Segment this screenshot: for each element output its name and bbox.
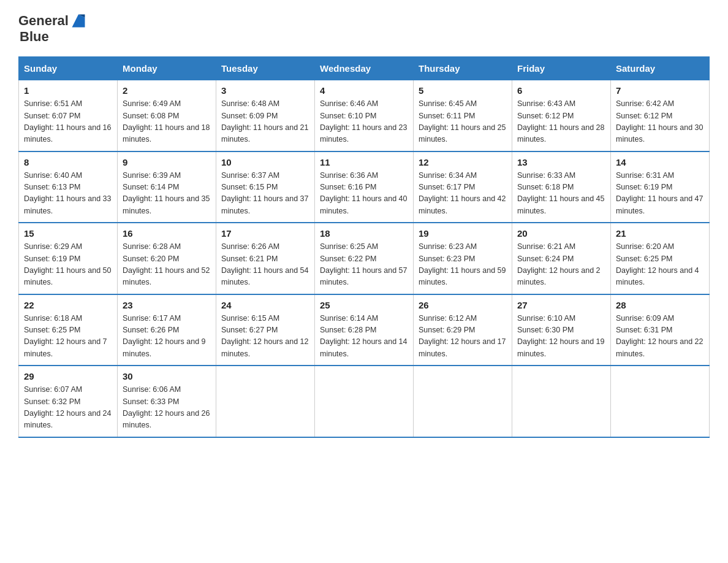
header-friday: Friday	[512, 57, 611, 80]
calendar-cell: 14 Sunrise: 6:31 AM Sunset: 6:19 PM Dayl…	[611, 151, 710, 223]
day-number: 3	[221, 85, 309, 96]
calendar-cell: 16 Sunrise: 6:28 AM Sunset: 6:20 PM Dayl…	[118, 223, 216, 294]
calendar-cell: 20 Sunrise: 6:21 AM Sunset: 6:24 PM Dayl…	[512, 223, 611, 294]
day-info: Sunrise: 6:49 AM Sunset: 6:08 PM Dayligh…	[123, 98, 211, 146]
calendar-cell	[512, 366, 611, 437]
day-number: 4	[320, 85, 408, 96]
day-info: Sunrise: 6:10 AM Sunset: 6:30 PM Dayligh…	[517, 313, 605, 361]
day-number: 24	[221, 300, 309, 310]
calendar-cell: 4 Sunrise: 6:46 AM Sunset: 6:10 PM Dayli…	[315, 80, 414, 151]
day-info: Sunrise: 6:51 AM Sunset: 6:07 PM Dayligh…	[24, 98, 112, 146]
day-number: 11	[320, 157, 408, 167]
header-monday: Monday	[118, 57, 216, 80]
calendar-cell: 2 Sunrise: 6:49 AM Sunset: 6:08 PM Dayli…	[118, 80, 216, 151]
day-info: Sunrise: 6:21 AM Sunset: 6:24 PM Dayligh…	[517, 241, 605, 289]
calendar-header: SundayMondayTuesdayWednesdayThursdayFrid…	[19, 57, 710, 80]
day-number: 21	[616, 228, 704, 239]
day-info: Sunrise: 6:29 AM Sunset: 6:19 PM Dayligh…	[24, 241, 112, 289]
calendar-cell: 29 Sunrise: 6:07 AM Sunset: 6:32 PM Dayl…	[19, 366, 118, 437]
calendar-cell: 22 Sunrise: 6:18 AM Sunset: 6:25 PM Dayl…	[19, 294, 118, 366]
calendar-cell: 21 Sunrise: 6:20 AM Sunset: 6:25 PM Dayl…	[611, 223, 710, 294]
day-info: Sunrise: 6:09 AM Sunset: 6:31 PM Dayligh…	[616, 313, 704, 361]
day-number: 2	[123, 85, 211, 96]
day-number: 15	[24, 228, 112, 239]
logo-text-blue: Blue	[20, 29, 49, 44]
week-row-2: 8 Sunrise: 6:40 AM Sunset: 6:13 PM Dayli…	[19, 151, 710, 223]
day-number: 18	[320, 228, 408, 239]
day-info: Sunrise: 6:36 AM Sunset: 6:16 PM Dayligh…	[320, 170, 408, 218]
day-info: Sunrise: 6:39 AM Sunset: 6:14 PM Dayligh…	[123, 170, 211, 218]
week-row-3: 15 Sunrise: 6:29 AM Sunset: 6:19 PM Dayl…	[19, 223, 710, 294]
calendar-cell	[611, 366, 710, 437]
day-info: Sunrise: 6:45 AM Sunset: 6:11 PM Dayligh…	[419, 98, 507, 146]
day-info: Sunrise: 6:14 AM Sunset: 6:28 PM Dayligh…	[320, 313, 408, 361]
day-info: Sunrise: 6:07 AM Sunset: 6:32 PM Dayligh…	[24, 384, 112, 432]
logo: General Blue	[18, 12, 87, 44]
week-row-5: 29 Sunrise: 6:07 AM Sunset: 6:32 PM Dayl…	[19, 366, 710, 437]
day-number: 17	[221, 228, 309, 239]
day-number: 6	[517, 85, 605, 96]
calendar-cell: 8 Sunrise: 6:40 AM Sunset: 6:13 PM Dayli…	[19, 151, 118, 223]
calendar-cell: 9 Sunrise: 6:39 AM Sunset: 6:14 PM Dayli…	[118, 151, 216, 223]
calendar-cell: 1 Sunrise: 6:51 AM Sunset: 6:07 PM Dayli…	[19, 80, 118, 151]
day-number: 30	[123, 371, 211, 381]
calendar-cell	[414, 366, 512, 437]
calendar-cell	[216, 366, 315, 437]
header-row: SundayMondayTuesdayWednesdayThursdayFrid…	[19, 57, 710, 80]
calendar-table: SundayMondayTuesdayWednesdayThursdayFrid…	[18, 56, 710, 438]
calendar-cell: 17 Sunrise: 6:26 AM Sunset: 6:21 PM Dayl…	[216, 223, 315, 294]
day-number: 9	[123, 157, 211, 167]
day-number: 5	[419, 85, 507, 96]
week-row-4: 22 Sunrise: 6:18 AM Sunset: 6:25 PM Dayl…	[19, 294, 710, 366]
day-info: Sunrise: 6:17 AM Sunset: 6:26 PM Dayligh…	[123, 313, 211, 361]
calendar-cell: 25 Sunrise: 6:14 AM Sunset: 6:28 PM Dayl…	[315, 294, 414, 366]
day-info: Sunrise: 6:46 AM Sunset: 6:10 PM Dayligh…	[320, 98, 408, 146]
day-info: Sunrise: 6:28 AM Sunset: 6:20 PM Dayligh…	[123, 241, 211, 289]
calendar-cell: 15 Sunrise: 6:29 AM Sunset: 6:19 PM Dayl…	[19, 223, 118, 294]
day-info: Sunrise: 6:48 AM Sunset: 6:09 PM Dayligh…	[221, 98, 309, 146]
week-row-1: 1 Sunrise: 6:51 AM Sunset: 6:07 PM Dayli…	[19, 80, 710, 151]
day-number: 14	[616, 157, 704, 167]
logo-icon	[70, 12, 87, 29]
calendar-cell: 13 Sunrise: 6:33 AM Sunset: 6:18 PM Dayl…	[512, 151, 611, 223]
calendar-cell: 3 Sunrise: 6:48 AM Sunset: 6:09 PM Dayli…	[216, 80, 315, 151]
calendar-cell: 6 Sunrise: 6:43 AM Sunset: 6:12 PM Dayli…	[512, 80, 611, 151]
day-info: Sunrise: 6:43 AM Sunset: 6:12 PM Dayligh…	[517, 98, 605, 146]
header-tuesday: Tuesday	[216, 57, 315, 80]
day-info: Sunrise: 6:40 AM Sunset: 6:13 PM Dayligh…	[24, 170, 112, 218]
day-info: Sunrise: 6:23 AM Sunset: 6:23 PM Dayligh…	[419, 241, 507, 289]
calendar-cell: 10 Sunrise: 6:37 AM Sunset: 6:15 PM Dayl…	[216, 151, 315, 223]
page-header: General Blue	[18, 12, 710, 44]
day-info: Sunrise: 6:06 AM Sunset: 6:33 PM Dayligh…	[123, 384, 211, 432]
header-saturday: Saturday	[611, 57, 710, 80]
header-sunday: Sunday	[19, 57, 118, 80]
calendar-cell: 12 Sunrise: 6:34 AM Sunset: 6:17 PM Dayl…	[414, 151, 512, 223]
day-number: 20	[517, 228, 605, 239]
day-number: 19	[419, 228, 507, 239]
calendar-cell: 5 Sunrise: 6:45 AM Sunset: 6:11 PM Dayli…	[414, 80, 512, 151]
calendar-cell: 27 Sunrise: 6:10 AM Sunset: 6:30 PM Dayl…	[512, 294, 611, 366]
day-info: Sunrise: 6:15 AM Sunset: 6:27 PM Dayligh…	[221, 313, 309, 361]
calendar-cell: 26 Sunrise: 6:12 AM Sunset: 6:29 PM Dayl…	[414, 294, 512, 366]
day-number: 29	[24, 371, 112, 381]
day-number: 12	[419, 157, 507, 167]
day-number: 7	[616, 85, 704, 96]
day-number: 23	[123, 300, 211, 310]
day-info: Sunrise: 6:18 AM Sunset: 6:25 PM Dayligh…	[24, 313, 112, 361]
day-info: Sunrise: 6:31 AM Sunset: 6:19 PM Dayligh…	[616, 170, 704, 218]
calendar-body: 1 Sunrise: 6:51 AM Sunset: 6:07 PM Dayli…	[19, 80, 710, 437]
day-info: Sunrise: 6:26 AM Sunset: 6:21 PM Dayligh…	[221, 241, 309, 289]
logo-text-general: General	[18, 13, 69, 28]
calendar-cell: 19 Sunrise: 6:23 AM Sunset: 6:23 PM Dayl…	[414, 223, 512, 294]
day-number: 16	[123, 228, 211, 239]
day-number: 8	[24, 157, 112, 167]
day-number: 10	[221, 157, 309, 167]
calendar-cell: 11 Sunrise: 6:36 AM Sunset: 6:16 PM Dayl…	[315, 151, 414, 223]
day-info: Sunrise: 6:33 AM Sunset: 6:18 PM Dayligh…	[517, 170, 605, 218]
day-info: Sunrise: 6:34 AM Sunset: 6:17 PM Dayligh…	[419, 170, 507, 218]
calendar-cell: 23 Sunrise: 6:17 AM Sunset: 6:26 PM Dayl…	[118, 294, 216, 366]
day-info: Sunrise: 6:12 AM Sunset: 6:29 PM Dayligh…	[419, 313, 507, 361]
day-number: 25	[320, 300, 408, 310]
day-info: Sunrise: 6:42 AM Sunset: 6:12 PM Dayligh…	[616, 98, 704, 146]
day-info: Sunrise: 6:37 AM Sunset: 6:15 PM Dayligh…	[221, 170, 309, 218]
